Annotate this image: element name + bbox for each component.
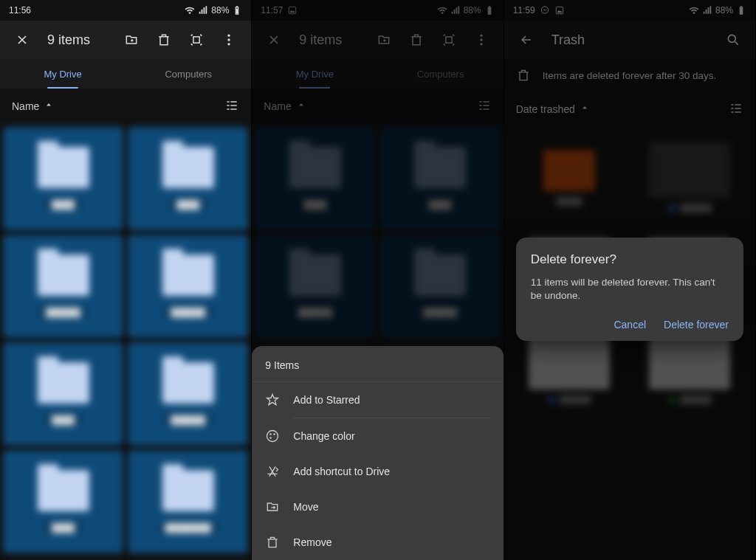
svg-point-11: [480, 43, 482, 45]
sort-button[interactable]: Name: [264, 100, 306, 112]
folder-item[interactable]: ████: [379, 127, 500, 230]
sheet-item-label: Move: [293, 501, 318, 513]
sort-arrow-up-icon: [580, 104, 590, 114]
dialog-title: Delete forever?: [531, 252, 729, 267]
pane-my-drive-selection: 11:56 88% 9 items My Drive Computers Nam…: [0, 0, 252, 560]
sheet-item-label: Change color: [293, 430, 354, 442]
folder-move-icon: [265, 499, 280, 514]
image-notif-icon: [554, 5, 565, 15]
battery-icon: [484, 5, 495, 15]
folder-item[interactable]: ██████: [128, 235, 248, 338]
svg-rect-7: [488, 6, 489, 7]
folder-item[interactable]: ████: [255, 127, 375, 230]
delete-forever-button[interactable]: Delete forever: [664, 319, 729, 331]
image-notif-icon: [287, 5, 298, 15]
battery-icon: [736, 5, 746, 15]
svg-rect-0: [236, 9, 238, 14]
svg-point-14: [274, 433, 276, 435]
svg-point-10: [480, 38, 482, 41]
tab-computers[interactable]: Computers: [126, 59, 251, 89]
folder-item[interactable]: ██████: [128, 342, 248, 446]
view-toggle-button[interactable]: [729, 101, 743, 118]
signal-icon: [198, 5, 208, 15]
selection-toolbar: 9 items: [0, 21, 251, 59]
tab-computers[interactable]: Computers: [378, 59, 504, 89]
svg-point-20: [728, 35, 735, 42]
svg-rect-6: [487, 7, 491, 14]
svg-point-2: [228, 35, 230, 37]
sort-button[interactable]: Date trashed: [516, 103, 590, 115]
trash-toolbar: Trash: [504, 21, 755, 59]
tab-my-drive[interactable]: My Drive: [0, 59, 126, 89]
sort-label: Name: [12, 100, 39, 112]
svg-point-15: [270, 437, 272, 439]
move-to-folder-button[interactable]: [371, 27, 397, 53]
status-bar: 11:56 88%: [0, 0, 251, 21]
svg-point-3: [228, 38, 230, 41]
clock: 11:56: [9, 5, 31, 15]
delete-button[interactable]: [151, 27, 177, 53]
view-toggle-button[interactable]: [224, 98, 239, 115]
page-title: Trash: [546, 32, 714, 48]
svg-rect-18: [740, 7, 743, 14]
svg-rect-1: [193, 37, 199, 43]
svg-rect-17: [556, 7, 563, 13]
trash-icon: [265, 535, 280, 550]
sheet-add-shortcut[interactable]: Add shortcut to Drive: [252, 454, 503, 489]
delete-button[interactable]: [403, 27, 430, 53]
drive-shortcut-icon: [265, 464, 280, 479]
overflow-menu-button[interactable]: [468, 27, 495, 53]
palette-icon: [265, 429, 280, 443]
overflow-menu-button[interactable]: [216, 27, 242, 53]
sheet-item-label: Add shortcut to Drive: [293, 466, 390, 477]
sheet-add-to-starred[interactable]: Add to Starred: [252, 382, 503, 418]
sheet-move[interactable]: Move: [252, 489, 503, 525]
wifi-icon: [437, 5, 447, 15]
search-button[interactable]: [720, 27, 746, 53]
tabs: My Drive Computers: [0, 59, 251, 89]
select-all-button[interactable]: [436, 27, 462, 53]
sort-arrow-up-icon: [296, 101, 306, 111]
folder-item[interactable]: ████: [128, 127, 248, 230]
close-selection-button[interactable]: [261, 27, 287, 53]
svg-rect-5: [289, 7, 296, 13]
trash-item[interactable]: ██████: [633, 133, 746, 221]
folder-item[interactable]: ████████: [128, 450, 248, 553]
folder-grid: ████ ████ ██████ ██████ ████ ██████ ████…: [0, 124, 251, 556]
status-bar: 11:57 88%: [252, 0, 503, 21]
folder-item[interactable]: ██████: [3, 235, 123, 338]
sheet-remove[interactable]: Remove: [252, 525, 503, 560]
folder-item[interactable]: ██████: [379, 235, 500, 338]
folder-item[interactable]: ████: [3, 342, 123, 446]
battery-percent: 88%: [715, 5, 733, 15]
folder-grid: ████ ████ ██████ ██████: [252, 124, 503, 341]
signal-icon: [450, 5, 461, 15]
sort-label: Date trashed: [516, 103, 575, 115]
sheet-item-label: Remove: [293, 536, 331, 548]
cancel-button[interactable]: Cancel: [614, 319, 646, 331]
trash-item[interactable]: █████: [513, 133, 626, 221]
back-button[interactable]: [513, 27, 540, 53]
sheet-change-color[interactable]: Change color: [252, 418, 503, 454]
move-to-folder-button[interactable]: [118, 27, 145, 53]
selection-count: 9 items: [41, 32, 112, 48]
sort-button[interactable]: Name: [12, 100, 54, 112]
action-sheet: 9 Items Add to Starred Change color Add …: [252, 346, 503, 560]
select-all-button[interactable]: [183, 27, 210, 53]
selection-count: 9 items: [293, 32, 364, 48]
view-toggle-button[interactable]: [477, 98, 492, 115]
sheet-title: 9 Items: [252, 349, 503, 382]
svg-point-4: [228, 43, 230, 45]
clock: 11:59: [513, 5, 535, 15]
messenger-notif-icon: [540, 5, 550, 15]
dialog-body: 11 items will be deleted forever. This c…: [531, 276, 729, 303]
signal-icon: [702, 5, 712, 15]
folder-item[interactable]: ████: [3, 450, 123, 553]
folder-item[interactable]: ██████: [255, 235, 375, 338]
close-selection-button[interactable]: [9, 27, 35, 53]
sheet-item-label: Add to Starred: [293, 394, 360, 406]
tab-my-drive[interactable]: My Drive: [252, 59, 377, 89]
wifi-icon: [185, 5, 195, 15]
folder-item[interactable]: ████: [3, 127, 123, 230]
battery-icon: [232, 5, 242, 15]
